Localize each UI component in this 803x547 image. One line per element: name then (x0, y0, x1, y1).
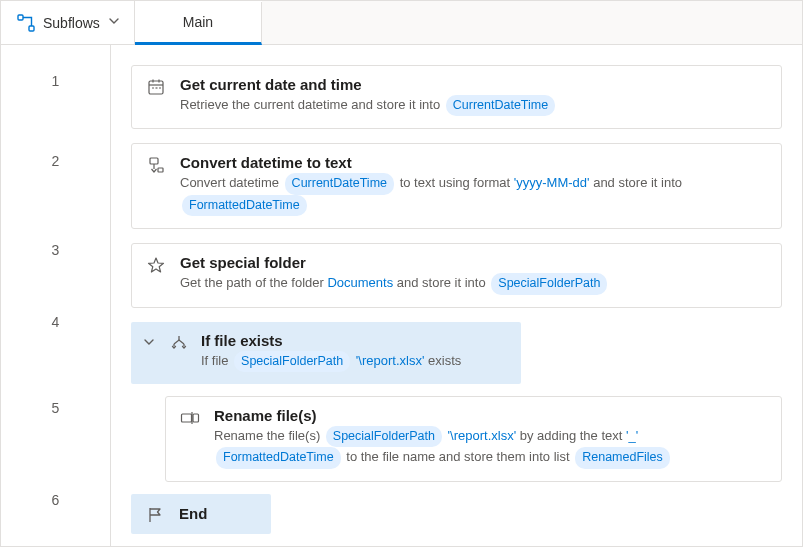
convert-icon (146, 154, 166, 174)
action-description: Convert datetime CurrentDateTime to text… (180, 173, 767, 216)
action-title: Get current date and time (180, 76, 767, 93)
svg-rect-12 (193, 414, 199, 422)
action-title: If file exists (201, 332, 507, 349)
subflows-dropdown[interactable]: Subflows (1, 1, 135, 44)
calendar-icon (146, 76, 166, 96)
flag-icon (145, 504, 165, 524)
variable-token[interactable]: FormattedDateTime (182, 195, 307, 216)
action-rename-files[interactable]: Rename file(s) Rename the file(s) Specia… (165, 396, 782, 482)
line-number: 2 (1, 153, 110, 169)
chevron-down-icon (108, 15, 120, 30)
link-text: Documents (327, 275, 393, 290)
svg-rect-9 (150, 158, 158, 164)
subflows-label: Subflows (43, 15, 100, 31)
line-number: 3 (1, 242, 110, 258)
action-description: If file SpecialFolderPath '\report.xlsx'… (201, 351, 507, 372)
tabs: Main (135, 1, 262, 44)
line-gutter: 1 2 3 4 5 6 (1, 45, 111, 546)
variable-token[interactable]: SpecialFolderPath (491, 273, 607, 294)
svg-rect-11 (182, 414, 192, 422)
variable-token[interactable]: CurrentDateTime (285, 173, 394, 194)
top-bar: Subflows Main (1, 1, 802, 45)
literal-text: '\report.xlsx' (448, 428, 517, 443)
svg-rect-10 (158, 168, 163, 172)
variable-token[interactable]: SpecialFolderPath (234, 351, 350, 372)
action-title: Convert datetime to text (180, 154, 767, 171)
line-number: 6 (1, 492, 110, 508)
star-icon (146, 254, 166, 274)
svg-rect-0 (18, 15, 23, 20)
action-get-current-datetime[interactable]: Get current date and time Retrieve the c… (131, 65, 782, 129)
workflow-icon (17, 14, 35, 32)
line-number: 1 (1, 73, 110, 89)
action-title: End (179, 505, 207, 522)
literal-text: '_' (626, 428, 638, 443)
svg-rect-1 (29, 26, 34, 31)
variable-token[interactable]: SpecialFolderPath (326, 426, 442, 447)
tab-main[interactable]: Main (135, 2, 262, 45)
collapse-chevron-icon[interactable] (141, 332, 157, 348)
rename-icon (180, 407, 200, 427)
variable-token[interactable]: RenamedFiles (575, 447, 670, 468)
variable-token[interactable]: FormattedDateTime (216, 447, 341, 468)
action-end[interactable]: End (131, 494, 271, 534)
action-title: Get special folder (180, 254, 767, 271)
tab-label: Main (183, 14, 213, 30)
literal-text: 'yyyy-MM-dd' (514, 175, 590, 190)
line-number: 5 (1, 400, 110, 416)
action-description: Retrieve the current datetime and store … (180, 95, 767, 116)
action-if-file-exists[interactable]: If file exists If file SpecialFolderPath… (131, 322, 521, 384)
action-description: Get the path of the folder Documents and… (180, 273, 767, 294)
action-convert-datetime-to-text[interactable]: Convert datetime to text Convert datetim… (131, 143, 782, 229)
if-block: If file exists If file SpecialFolderPath… (131, 322, 782, 534)
action-get-special-folder[interactable]: Get special folder Get the path of the f… (131, 243, 782, 307)
designer-area: 1 2 3 4 5 6 Get current date and time Re… (1, 45, 802, 546)
branch-icon (169, 332, 189, 352)
literal-text: '\report.xlsx' (356, 353, 425, 368)
variable-token[interactable]: CurrentDateTime (446, 95, 555, 116)
line-number: 4 (1, 314, 110, 330)
action-description: Rename the file(s) SpecialFolderPath '\r… (214, 426, 767, 469)
action-title: Rename file(s) (214, 407, 767, 424)
